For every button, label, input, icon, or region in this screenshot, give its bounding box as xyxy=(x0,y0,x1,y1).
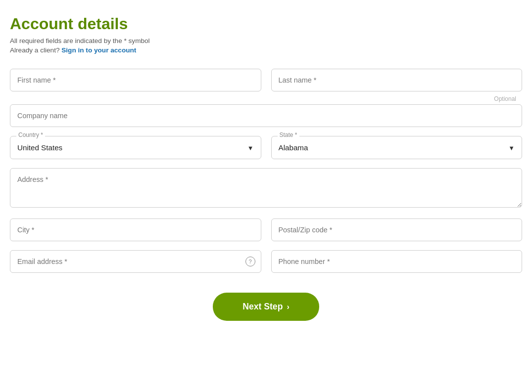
signin-link[interactable]: Sign in to your account xyxy=(61,46,136,54)
next-btn-row: Next Step › xyxy=(10,293,522,321)
last-name-input[interactable] xyxy=(271,69,523,91)
postal-group xyxy=(271,218,523,241)
postal-input[interactable] xyxy=(271,218,523,241)
state-select[interactable]: Alabama Alaska Arizona Arkansas Californ… xyxy=(272,136,522,159)
phone-group xyxy=(271,250,523,273)
company-name-input[interactable] xyxy=(10,104,522,127)
email-phone-row: ? xyxy=(10,250,522,273)
signin-row: Already a client? Sign in to your accoun… xyxy=(10,46,522,54)
country-group: Country * United States Canada United Ki… xyxy=(10,136,261,159)
next-step-label: Next Step xyxy=(242,302,283,312)
first-name-input[interactable] xyxy=(10,69,261,91)
country-select-wrapper: Country * United States Canada United Ki… xyxy=(10,136,261,159)
address-group xyxy=(10,168,522,210)
first-name-group xyxy=(10,69,261,91)
email-input[interactable] xyxy=(10,250,261,273)
name-row xyxy=(10,69,522,91)
city-postal-row xyxy=(10,218,522,241)
country-state-row: Country * United States Canada United Ki… xyxy=(10,136,522,159)
city-group xyxy=(10,218,261,241)
next-chevron-icon: › xyxy=(287,303,289,311)
city-input[interactable] xyxy=(10,218,261,241)
company-row: Optional xyxy=(10,100,522,127)
page-title: Account details xyxy=(10,15,522,33)
company-group: Optional xyxy=(10,100,522,127)
email-group: ? xyxy=(10,250,261,273)
required-fields-note: All required fields are indicated by the… xyxy=(10,37,522,44)
state-label: State * xyxy=(278,131,299,138)
email-input-wrapper: ? xyxy=(10,250,261,273)
address-input[interactable] xyxy=(10,168,522,208)
email-help-icon[interactable]: ? xyxy=(245,257,255,266)
country-label: Country * xyxy=(16,131,45,138)
account-details-form: Optional Country * United States Canada … xyxy=(10,69,522,321)
state-group: State * Alabama Alaska Arizona Arkansas … xyxy=(271,136,523,159)
address-row xyxy=(10,168,522,210)
state-select-wrapper: State * Alabama Alaska Arizona Arkansas … xyxy=(271,136,523,159)
next-step-button[interactable]: Next Step › xyxy=(213,293,319,321)
phone-input[interactable] xyxy=(271,250,523,273)
last-name-group xyxy=(271,69,523,91)
already-client-text: Already a client? xyxy=(10,46,60,54)
optional-label: Optional xyxy=(492,95,518,102)
country-select[interactable]: United States Canada United Kingdom Aust… xyxy=(10,136,261,159)
